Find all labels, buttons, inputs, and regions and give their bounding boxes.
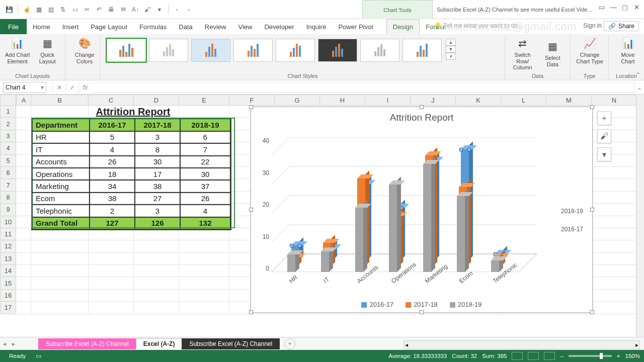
row-header-15[interactable]: 15 bbox=[0, 277, 16, 289]
horizontal-scrollbar[interactable]: ◂ ▸ bbox=[404, 340, 640, 349]
table-cell[interactable]: 4 bbox=[180, 205, 230, 217]
table-cell[interactable]: Grand Total bbox=[32, 217, 90, 229]
minimize-icon[interactable]: — bbox=[608, 3, 619, 12]
file-tab[interactable]: File bbox=[0, 19, 27, 34]
col-header-G[interactable]: G bbox=[275, 95, 320, 106]
scroll-right-icon[interactable]: ▸ bbox=[635, 341, 638, 348]
table-cell[interactable]: 2017-18 bbox=[135, 119, 180, 131]
tab-review[interactable]: Review bbox=[199, 19, 232, 34]
chart-handle[interactable] bbox=[420, 105, 424, 109]
table-cell[interactable]: Ecom bbox=[32, 193, 90, 205]
chart-handle[interactable] bbox=[249, 208, 253, 212]
worksheet-grid[interactable]: ABCDEFGHIJKLMN 1234567891011121314151617… bbox=[0, 95, 644, 326]
col-header-J[interactable]: J bbox=[411, 95, 456, 106]
row-header-16[interactable]: 16 bbox=[0, 290, 16, 302]
sheet-nav-first-icon[interactable]: ◂ bbox=[0, 340, 9, 347]
collapse-ribbon-icon[interactable]: ⌃ bbox=[634, 71, 642, 79]
chart-handle[interactable] bbox=[590, 105, 594, 109]
row-header-7[interactable]: 7 bbox=[0, 179, 16, 191]
zoom-out-icon[interactable]: – bbox=[560, 353, 563, 359]
legend-item-2[interactable]: 2017-18 bbox=[406, 301, 438, 308]
vertical-scrollbar[interactable] bbox=[636, 95, 644, 337]
table-cell[interactable]: 132 bbox=[180, 217, 230, 229]
sort-icon[interactable]: ⇅ bbox=[57, 4, 68, 15]
table-cell[interactable]: Operations bbox=[32, 168, 90, 180]
table-cell[interactable]: IT bbox=[32, 143, 90, 155]
sheet-nav-prev-icon[interactable]: ▸ bbox=[9, 340, 18, 347]
col-header-D[interactable]: D bbox=[134, 95, 179, 106]
row-header-8[interactable]: 8 bbox=[0, 192, 16, 204]
bar-series[interactable] bbox=[423, 164, 431, 272]
change-chart-type-button[interactable]: 📈 Change Chart Type bbox=[575, 36, 605, 64]
row-header-14[interactable]: 14 bbox=[0, 265, 16, 277]
chart-style-8[interactable] bbox=[403, 39, 442, 62]
zoom-level[interactable]: 150% bbox=[625, 353, 640, 359]
zoom-slider[interactable] bbox=[569, 355, 612, 357]
table-cell[interactable]: 30 bbox=[135, 156, 180, 168]
series-selection-handle[interactable] bbox=[290, 244, 293, 247]
add-sheet-button[interactable]: ＋ bbox=[284, 338, 295, 349]
chart-brush-button[interactable]: 🖌 bbox=[597, 129, 611, 143]
table-cell[interactable]: 18 bbox=[90, 168, 135, 180]
zoom-in-icon[interactable]: + bbox=[617, 353, 620, 359]
table-cell[interactable]: 4 bbox=[90, 143, 135, 155]
sort-asc-icon[interactable]: A↓ bbox=[130, 4, 141, 15]
col-header-F[interactable]: F bbox=[229, 95, 275, 106]
chart-styles-gallery[interactable]: ▲▼▾ bbox=[105, 36, 501, 72]
gridlines-icon[interactable]: ▦ bbox=[33, 4, 44, 15]
legend-item-1[interactable]: 2016-17 bbox=[361, 301, 393, 308]
tab-insert[interactable]: Insert bbox=[56, 19, 85, 34]
row-header-10[interactable]: 10 bbox=[0, 216, 16, 228]
tab-inquire[interactable]: Inquire bbox=[300, 19, 333, 34]
chart-plus-button[interactable]: ＋ bbox=[597, 111, 611, 125]
col-header-B[interactable]: B bbox=[31, 95, 89, 106]
signin-link[interactable]: Sign in bbox=[583, 22, 602, 29]
chart-legend[interactable]: 2016-17 2017-18 2018-19 bbox=[251, 301, 592, 308]
chart-handle[interactable] bbox=[420, 310, 424, 314]
expand-formula-bar-icon[interactable]: ⌄ bbox=[635, 84, 644, 91]
ribbon-options-icon[interactable]: ▭ bbox=[596, 3, 607, 12]
row-header-12[interactable]: 12 bbox=[0, 240, 16, 252]
row-header-17[interactable]: 17 bbox=[0, 302, 16, 314]
col-header-H[interactable]: H bbox=[320, 95, 365, 106]
accept-formula-icon[interactable]: ✓ bbox=[65, 82, 78, 93]
fx-icon[interactable]: fx bbox=[78, 82, 92, 93]
chart-handle[interactable] bbox=[590, 208, 594, 212]
paint-icon[interactable]: 🖌 bbox=[142, 4, 153, 15]
table-cell[interactable]: 3 bbox=[135, 131, 180, 143]
chart-style-6[interactable] bbox=[318, 39, 357, 62]
share-button[interactable]: 🔗 Share bbox=[604, 21, 639, 31]
undo-icon[interactable]: ↶ bbox=[94, 4, 105, 15]
col-header-C[interactable]: C bbox=[89, 95, 134, 106]
row-header-2[interactable]: 2 bbox=[0, 118, 16, 130]
table-cell[interactable]: 7 bbox=[180, 143, 230, 155]
table-cell[interactable]: Telephonic bbox=[32, 205, 90, 217]
legend-item-3[interactable]: 2018-19 bbox=[450, 301, 482, 308]
table-cell[interactable]: 8 bbox=[135, 143, 180, 155]
row-header-6[interactable]: 6 bbox=[0, 167, 16, 179]
table-cell[interactable]: 34 bbox=[90, 180, 135, 192]
email-icon[interactable]: ✉ bbox=[118, 4, 129, 15]
table-cell[interactable]: 2018-19 bbox=[180, 119, 230, 131]
row-header-3[interactable]: 3 bbox=[0, 130, 16, 142]
row-header-1[interactable]: 1 bbox=[0, 106, 16, 118]
table-cell[interactable]: 37 bbox=[180, 180, 230, 192]
table-cell[interactable]: 5 bbox=[90, 131, 135, 143]
formula-input[interactable] bbox=[92, 82, 635, 93]
scroll-left-icon[interactable]: ◂ bbox=[405, 341, 408, 348]
tab-home[interactable]: Home bbox=[27, 19, 56, 34]
row-header-13[interactable]: 13 bbox=[0, 253, 16, 265]
cancel-formula-icon[interactable]: ✕ bbox=[52, 82, 65, 93]
table-cell[interactable]: HR bbox=[32, 131, 90, 143]
col-header-M[interactable]: M bbox=[546, 95, 592, 106]
bar-series[interactable] bbox=[355, 208, 363, 272]
bar-series[interactable] bbox=[287, 254, 295, 272]
merge-icon[interactable]: ▭ bbox=[69, 4, 80, 15]
table-cell[interactable]: 38 bbox=[90, 193, 135, 205]
touch-mode-icon[interactable]: ☝ bbox=[21, 4, 32, 15]
macro-record-icon[interactable]: ▭ bbox=[36, 352, 41, 359]
close-icon[interactable]: ✕ bbox=[631, 3, 642, 12]
sheet-tab-1[interactable]: Subscribe Excel (A-Z) Channel bbox=[38, 338, 136, 349]
name-box[interactable]: Chart 4 ▾ bbox=[3, 82, 46, 93]
table-cell[interactable]: Accounts bbox=[32, 156, 90, 168]
